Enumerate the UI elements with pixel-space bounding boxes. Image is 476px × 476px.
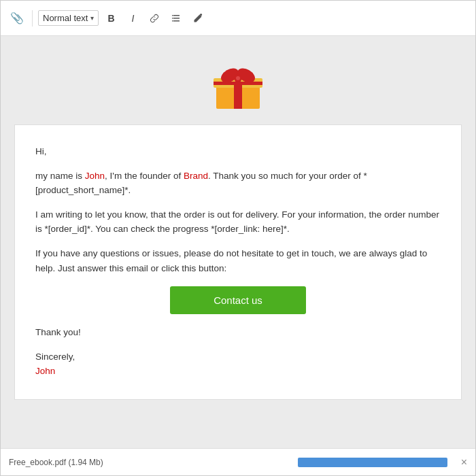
svg-rect-8 [234, 85, 242, 109]
svg-rect-4 [172, 18, 173, 19]
style-label: Normal text [43, 13, 88, 23]
style-select[interactable]: Normal text ▾ [38, 10, 99, 26]
intro-line: my name is John, I'm the founder of Bran… [35, 169, 441, 198]
thank-you-line: Thank you! [35, 325, 441, 340]
svg-rect-1 [173, 18, 180, 19]
john-name: John [85, 171, 105, 181]
main-area: Hi, my name is John, I'm the founder of … [1, 36, 475, 448]
brand-name: Brand [184, 171, 208, 181]
sincerely-line: Sincerely, John [35, 350, 441, 379]
gift-icon [211, 63, 265, 111]
svg-rect-5 [172, 20, 173, 22]
pencil-button[interactable] [188, 9, 207, 28]
contact-us-button[interactable]: Contact us [170, 286, 306, 314]
gift-header [14, 50, 462, 124]
delivery-line: I am writing to let you know, that the o… [35, 207, 441, 237]
svg-rect-2 [173, 20, 180, 22]
toolbar-separator-1 [32, 10, 33, 27]
greeting: Hi, [35, 144, 441, 159]
italic-button[interactable]: I [123, 9, 142, 28]
email-card: Hi, my name is John, I'm the founder of … [14, 124, 462, 400]
cta-line: If you have any questions or issues, ple… [35, 246, 441, 275]
toolbar: 📎 Normal text ▾ B I [1, 1, 475, 36]
list-button[interactable] [167, 9, 186, 28]
attachment-filename: Free_ebook.pdf (1.94 Mb) [9, 458, 103, 467]
attachment-bar: Free_ebook.pdf (1.94 Mb) × [1, 448, 475, 475]
chevron-down-icon: ▾ [90, 14, 94, 22]
svg-rect-0 [173, 15, 180, 16]
attachment-close-button[interactable]: × [461, 456, 467, 469]
bold-button[interactable]: B [101, 9, 120, 28]
attach-icon[interactable]: 📎 [7, 9, 27, 27]
link-button[interactable] [145, 9, 164, 28]
sign-name: John [35, 366, 55, 376]
svg-rect-3 [172, 15, 173, 16]
svg-point-13 [236, 76, 240, 80]
attachment-progress-bar [298, 458, 447, 467]
